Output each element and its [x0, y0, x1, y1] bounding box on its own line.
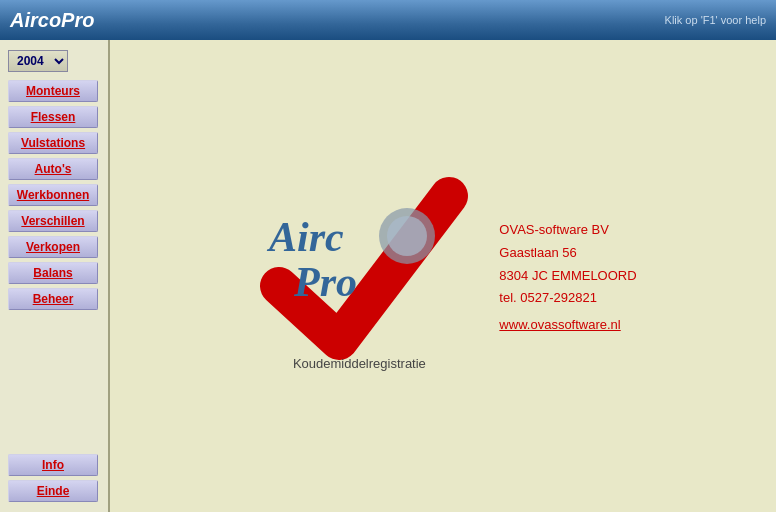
- year-row: 2004 2003 2002: [8, 50, 100, 72]
- svg-text:Pro: Pro: [293, 259, 357, 305]
- company-line3: 8304 JC EMMELOORD: [499, 266, 636, 287]
- logo-checkmark-svg: Airc Pro: [249, 166, 469, 366]
- company-info: OVAS-software BV Gaastlaan 56 8304 JC EM…: [499, 220, 636, 332]
- content-area: Airc Pro Koudemiddelregistratie OVAS-sof…: [110, 40, 776, 512]
- company-line1: OVAS-software BV: [499, 220, 636, 241]
- svg-point-1: [387, 216, 427, 256]
- sidebar: 2004 2003 2002 Monteurs Flessen Vulstati…: [0, 40, 110, 512]
- sidebar-btn-balans[interactable]: Balans: [8, 262, 98, 284]
- sidebar-btn-vulstations[interactable]: Vulstations: [8, 132, 98, 154]
- sidebar-btn-monteurs[interactable]: Monteurs: [8, 80, 98, 102]
- app-title: AircoPro: [10, 9, 94, 32]
- sidebar-btn-flessen[interactable]: Flessen: [8, 106, 98, 128]
- sidebar-btn-beheer[interactable]: Beheer: [8, 288, 98, 310]
- title-bar: AircoPro Klik op 'F1' voor help: [0, 0, 776, 40]
- logo-wrapper: Airc Pro Koudemiddelregistratie: [249, 166, 469, 386]
- svg-text:Airc: Airc: [266, 214, 344, 260]
- sidebar-btn-verkopen[interactable]: Verkopen: [8, 236, 98, 258]
- year-select[interactable]: 2004 2003 2002: [8, 50, 68, 72]
- company-website[interactable]: www.ovassoftware.nl: [499, 317, 636, 332]
- sidebar-spacer: [8, 314, 100, 450]
- help-text: Klik op 'F1' voor help: [665, 14, 766, 26]
- company-line2: Gaastlaan 56: [499, 243, 636, 264]
- logo-subtitle: Koudemiddelregistratie: [249, 356, 469, 371]
- main-layout: 2004 2003 2002 Monteurs Flessen Vulstati…: [0, 40, 776, 512]
- company-line4: tel. 0527-292821: [499, 288, 636, 309]
- sidebar-btn-info[interactable]: Info: [8, 454, 98, 476]
- sidebar-btn-einde[interactable]: Einde: [8, 480, 98, 502]
- sidebar-btn-verschillen[interactable]: Verschillen: [8, 210, 98, 232]
- sidebar-btn-werkbonnen[interactable]: Werkbonnen: [8, 184, 98, 206]
- logo-area: Airc Pro Koudemiddelregistratie OVAS-sof…: [249, 166, 636, 386]
- sidebar-btn-autos[interactable]: Auto's: [8, 158, 98, 180]
